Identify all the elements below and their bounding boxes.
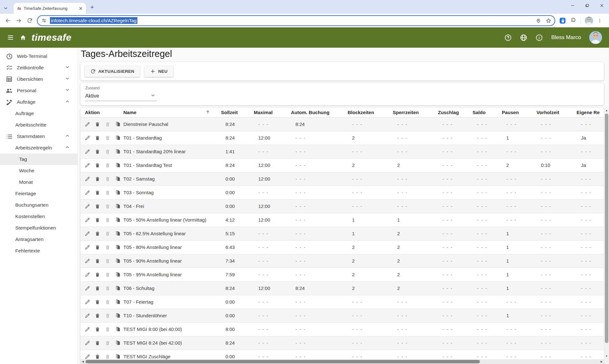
edit-pencil-icon[interactable] [85, 121, 91, 127]
delete-trash-icon[interactable] [95, 244, 101, 250]
delete-trash-icon[interactable] [95, 217, 101, 223]
archive-trash-icon[interactable] [105, 135, 111, 141]
tab-close-icon[interactable]: ✕ [78, 5, 83, 11]
copy-icon[interactable] [115, 162, 121, 168]
edit-pencil-icon[interactable] [85, 285, 91, 291]
extensions-puzzle-icon[interactable] [570, 17, 576, 24]
sidebar-item-arbeitsschritte[interactable]: Arbeitsschritte [0, 119, 78, 131]
sidebar-item-feiertage[interactable]: Feiertage [0, 188, 78, 199]
edit-pencil-icon[interactable] [85, 354, 91, 360]
archive-trash-icon[interactable] [105, 271, 111, 278]
copy-icon[interactable] [115, 299, 121, 305]
sidebar-item-monat[interactable]: Monat [0, 176, 78, 188]
copy-icon[interactable] [115, 244, 121, 250]
column-header-vorholzeit[interactable]: Vorholzeit [536, 108, 577, 117]
vertical-scrollbar-thumb[interactable] [605, 113, 608, 343]
edit-pencil-icon[interactable] [85, 189, 91, 196]
sidebar-item-woche[interactable]: Woche [0, 165, 78, 176]
browser-profile-avatar[interactable] [585, 17, 593, 25]
sidebar-item-auftr-ge[interactable]: Aufträge [0, 108, 78, 119]
edit-pencil-icon[interactable] [85, 326, 91, 332]
edit-pencil-icon[interactable] [85, 271, 91, 278]
edit-pencil-icon[interactable] [85, 258, 91, 264]
column-header-pausen[interactable]: Pausen [502, 108, 536, 117]
delete-trash-icon[interactable] [95, 340, 101, 346]
new-button[interactable]: NEU [144, 65, 173, 77]
password-manager-extension-icon[interactable] [559, 17, 566, 24]
sidebar-item-tag[interactable]: Tag [0, 154, 78, 165]
horizontal-scrollbar-thumb[interactable] [86, 360, 480, 363]
tab-search-chevron-icon[interactable] [3, 6, 8, 12]
archive-trash-icon[interactable] [105, 121, 111, 127]
copy-icon[interactable] [115, 258, 121, 264]
copy-icon[interactable] [115, 230, 121, 237]
column-header-name[interactable]: Name [123, 108, 221, 117]
edit-pencil-icon[interactable] [85, 203, 91, 209]
copy-icon[interactable] [115, 326, 121, 332]
copy-icon[interactable] [115, 312, 121, 319]
delete-trash-icon[interactable] [95, 176, 101, 182]
delete-trash-icon[interactable] [95, 354, 101, 360]
delete-trash-icon[interactable] [95, 271, 101, 278]
delete-trash-icon[interactable] [95, 312, 101, 319]
edit-pencil-icon[interactable] [85, 176, 91, 182]
delete-trash-icon[interactable] [95, 285, 101, 291]
browser-tab[interactable]: ts TimeSafe Zeiterfassung ✕ [14, 3, 86, 14]
copy-icon[interactable] [115, 135, 121, 141]
language-globe-icon[interactable] [520, 34, 527, 41]
archive-trash-icon[interactable] [105, 258, 111, 264]
copy-icon[interactable] [115, 176, 121, 182]
archive-trash-icon[interactable] [105, 230, 111, 237]
sidebar-item-web-terminal[interactable]: Web-Terminal [0, 51, 78, 62]
delete-trash-icon[interactable] [95, 148, 101, 155]
delete-trash-icon[interactable] [95, 162, 101, 168]
refresh-button[interactable]: AKTUALISIEREN [85, 65, 140, 77]
edit-pencil-icon[interactable] [85, 340, 91, 346]
edit-pencil-icon[interactable] [85, 244, 91, 250]
column-header-maximal[interactable]: Maximal [254, 108, 291, 117]
sidebar-item-fehlertexte[interactable]: Fehlertexte [0, 245, 78, 257]
site-info-icon[interactable] [41, 18, 47, 23]
archive-trash-icon[interactable] [105, 354, 111, 360]
edit-pencil-icon[interactable] [85, 162, 91, 168]
archive-trash-icon[interactable] [105, 189, 111, 196]
delete-trash-icon[interactable] [95, 135, 101, 141]
archive-trash-icon[interactable] [105, 217, 111, 223]
column-header-zuschlag[interactable]: Zuschlag [438, 108, 473, 117]
edit-pencil-icon[interactable] [85, 299, 91, 305]
bookmark-star-icon[interactable] [546, 18, 551, 24]
delete-trash-icon[interactable] [95, 299, 101, 305]
edit-pencil-icon[interactable] [85, 230, 91, 237]
user-name[interactable]: Bless Marco [551, 34, 581, 41]
archive-trash-icon[interactable] [105, 340, 111, 346]
delete-trash-icon[interactable] [95, 230, 101, 237]
archive-trash-icon[interactable] [105, 326, 111, 332]
window-close-button[interactable] [594, 0, 609, 11]
sidebar-item-kostenstellen[interactable]: Kostenstellen [0, 211, 78, 222]
back-icon[interactable] [3, 15, 13, 26]
edit-pencil-icon[interactable] [85, 135, 91, 141]
sidebar-item-zeitkontrolle[interactable]: Zeitkontrolle [0, 62, 78, 73]
edit-pencil-icon[interactable] [85, 217, 91, 223]
sidebar-item-auftr-ge[interactable]: Aufträge [0, 96, 78, 108]
info-icon[interactable] [536, 34, 543, 41]
browser-menu-kebab-icon[interactable] [597, 18, 602, 23]
column-header-saldo[interactable]: Saldo [473, 108, 502, 117]
sidebar-item-buchungsarten[interactable]: Buchungsarten [0, 199, 78, 211]
state-filter-select[interactable]: Aktive [85, 91, 157, 101]
edit-pencil-icon[interactable] [85, 148, 91, 155]
archive-trash-icon[interactable] [105, 148, 111, 155]
copy-icon[interactable] [115, 340, 121, 346]
sidebar-item-personal[interactable]: Personal [0, 85, 78, 96]
delete-trash-icon[interactable] [95, 121, 101, 127]
horizontal-scrollbar[interactable]: ◀ ▶ [80, 359, 604, 364]
column-header-sollzeit[interactable]: Sollzeit [221, 108, 254, 117]
address-bar[interactable]: infotech.timesafe-cloud.ch/AZRegelnTag [37, 15, 555, 26]
copy-icon[interactable] [115, 203, 121, 209]
copy-icon[interactable] [115, 217, 121, 223]
url-text[interactable]: infotech.timesafe-cloud.ch/AZRegelnTag [50, 17, 137, 24]
column-header-sperrzeiten[interactable]: Sperrzeiten [393, 108, 438, 117]
sidebar-item-stempelfunktionen[interactable]: Stempelfunktionen [0, 222, 78, 234]
copy-icon[interactable] [115, 354, 121, 360]
window-maximize-button[interactable] [580, 0, 594, 11]
